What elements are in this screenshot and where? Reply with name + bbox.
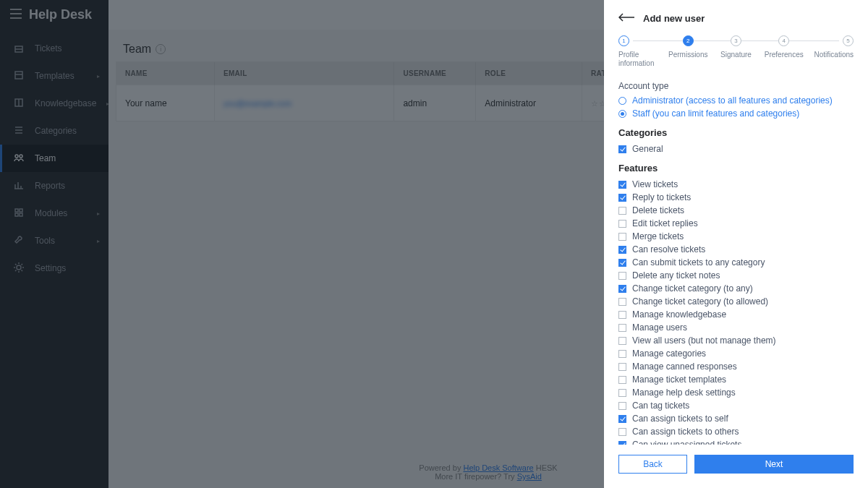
checkbox-icon	[618, 259, 626, 267]
panel-title: Add new user	[643, 13, 705, 24]
feature-checkbox[interactable]: Edit ticket replies	[618, 218, 854, 228]
back-arrow-icon[interactable]	[618, 13, 634, 24]
feature-checkbox[interactable]: Can assign tickets to self	[618, 414, 854, 424]
checkbox-icon	[618, 324, 626, 332]
checkbox-icon	[618, 337, 626, 345]
checkbox-icon	[618, 441, 626, 445]
radio-icon	[618, 97, 626, 105]
checkbox-icon	[618, 389, 626, 397]
feature-checkbox[interactable]: Manage knowledgebase	[618, 309, 854, 320]
feature-checkbox[interactable]: Delete tickets	[618, 205, 854, 215]
checkbox-icon	[618, 428, 626, 436]
feature-checkbox[interactable]: View all users (but not manage them)	[618, 335, 854, 346]
feature-checkbox[interactable]: Manage ticket templates	[618, 374, 854, 385]
checkbox-icon	[618, 285, 626, 293]
step-notifications[interactable]: 5Notifications	[810, 35, 854, 59]
checkbox-icon	[618, 246, 626, 254]
feature-checkbox[interactable]: Can view unassigned tickets	[618, 440, 854, 445]
features-heading: Features	[618, 163, 854, 174]
step-permissions[interactable]: 2Permissions	[666, 35, 710, 59]
add-user-panel: Add new user 1Profile information2Permis…	[604, 0, 868, 488]
next-button[interactable]: Next	[694, 455, 854, 474]
step-profile-information[interactable]: 1Profile information	[618, 35, 662, 68]
back-button[interactable]: Back	[618, 455, 687, 474]
checkbox-icon	[618, 363, 626, 371]
checkbox-icon	[618, 272, 626, 280]
feature-checkbox[interactable]: Manage help desk settings	[618, 388, 854, 398]
step-signature[interactable]: 3Signature	[715, 35, 758, 59]
radio-icon	[618, 110, 626, 118]
checkbox-icon	[618, 220, 626, 228]
feature-checkbox[interactable]: Can submit tickets to any category	[618, 257, 854, 267]
checkbox-icon	[618, 415, 626, 423]
checkbox-icon	[618, 350, 626, 358]
feature-checkbox[interactable]: Reply to tickets	[618, 192, 854, 202]
account-type-label: Account type	[618, 81, 854, 91]
checkbox-icon	[618, 376, 626, 384]
feature-checkbox[interactable]: Can assign tickets to others	[618, 427, 854, 437]
checkbox-icon	[618, 298, 626, 306]
checkbox-icon	[618, 311, 626, 319]
categories-heading: Categories	[618, 127, 854, 138]
checkbox-icon	[618, 194, 626, 202]
feature-checkbox[interactable]: Manage canned responses	[618, 361, 854, 372]
feature-checkbox[interactable]: Can tag tickets	[618, 401, 854, 411]
feature-checkbox[interactable]: Manage categories	[618, 348, 854, 359]
feature-checkbox[interactable]: Change ticket category (to allowed)	[618, 296, 854, 307]
account-type-radio[interactable]: Staff (you can limit features and catego…	[618, 108, 854, 119]
feature-checkbox[interactable]: View tickets	[618, 179, 854, 189]
feature-checkbox[interactable]: Manage users	[618, 322, 854, 333]
checkbox-icon	[618, 402, 626, 410]
feature-checkbox[interactable]: Change ticket category (to any)	[618, 283, 854, 294]
checkbox-icon	[618, 145, 626, 153]
feature-checkbox[interactable]: Merge tickets	[618, 231, 854, 241]
step-preferences[interactable]: 4Preferences	[762, 35, 806, 59]
checkbox-icon	[618, 207, 626, 215]
feature-checkbox[interactable]: Delete any ticket notes	[618, 270, 854, 281]
checkbox-icon	[618, 233, 626, 241]
checkbox-icon	[618, 181, 626, 189]
feature-checkbox[interactable]: Can resolve tickets	[618, 244, 854, 254]
account-type-radio[interactable]: Administrator (access to all features an…	[618, 95, 854, 106]
category-checkbox[interactable]: General	[618, 144, 854, 154]
